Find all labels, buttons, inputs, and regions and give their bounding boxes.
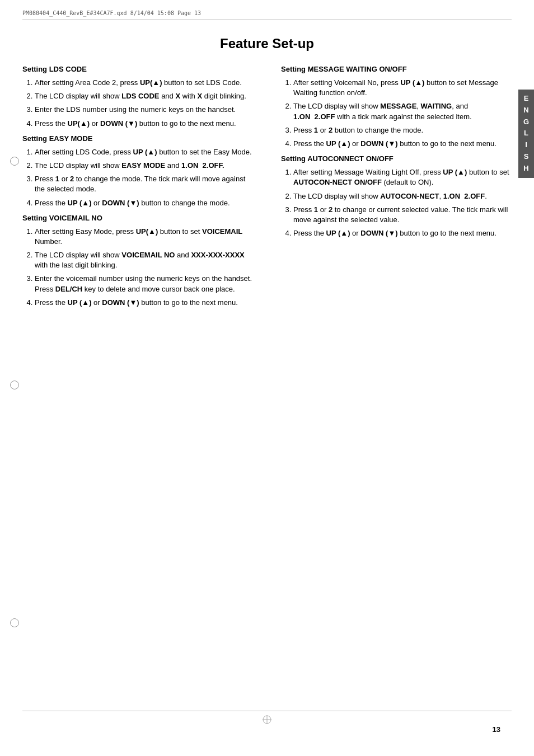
list-item: The LCD display will show EASY MODE and …: [35, 161, 253, 171]
page-title: Feature Set-up: [0, 36, 534, 51]
lds-code-list: After setting Area Code 2, press UP(▲) b…: [22, 78, 253, 129]
lang-letter-s: S: [518, 151, 534, 163]
crosshair-bottom: [261, 714, 273, 725]
autoconnect-list: After setting Message Waiting Light Off,…: [281, 167, 512, 238]
list-item: Press the UP(▲) or DOWN (▼) button to go…: [35, 119, 253, 129]
list-item: After setting Area Code 2, press UP(▲) b…: [35, 78, 253, 88]
lang-letter-g: G: [518, 116, 534, 128]
content-columns: Setting LDS CODE After setting Area Code…: [0, 65, 534, 313]
list-item: Press the UP (▲) or DOWN (▼) button to g…: [293, 228, 512, 238]
file-header: PM080404_C440_RevB_E#34CA7F.qxd 8/14/04 …: [0, 0, 534, 20]
lang-letter-e: E: [518, 93, 534, 105]
list-item: Enter the voicemail number using the num…: [35, 274, 253, 294]
list-item: Press 1 or 2 to change or current select…: [293, 205, 512, 225]
lang-letter-l: L: [518, 128, 534, 139]
language-sidebar: E N G L I S H: [518, 90, 534, 178]
list-item: After setting Easy Mode, press UP(▲) but…: [35, 227, 253, 247]
reg-mark-left-bot: [10, 618, 19, 627]
lang-letter-h: H: [518, 163, 534, 175]
voicemail-list: After setting Easy Mode, press UP(▲) but…: [22, 227, 253, 308]
section-voicemail: Setting VOICEMAIL NO After setting Easy …: [22, 214, 253, 308]
list-item: Enter the LDS number using the numeric k…: [35, 105, 253, 115]
section-heading-lds-code: Setting LDS CODE: [22, 65, 253, 73]
reg-mark-left-top: [10, 157, 19, 166]
list-item: After setting Message Waiting Light Off,…: [293, 167, 512, 187]
section-heading-message-waiting: Setting MESSAGE WAITING ON/OFF: [281, 65, 512, 73]
column-right: Setting MESSAGE WAITING ON/OFF After set…: [275, 65, 512, 313]
reg-mark-left-mid: [10, 381, 19, 389]
section-heading-autoconnect: Setting AUTOCONNECT ON/OFF: [281, 154, 512, 163]
easy-mode-list: After setting LDS Code, press UP (▲) but…: [22, 147, 253, 208]
list-item: The LCD display will show MESSAGE, WAITI…: [293, 101, 512, 121]
list-item: Press the UP (▲) or DOWN (▼) button to g…: [35, 298, 253, 308]
section-easy-mode: Setting EASY MODE After setting LDS Code…: [22, 134, 253, 208]
lang-letter-n: N: [518, 105, 534, 116]
bottom-rule: [22, 711, 512, 711]
page-number: 13: [493, 725, 500, 734]
list-item: Press the UP (▲) or DOWN (▼) button to c…: [35, 198, 253, 208]
list-item: Press the UP (▲) or DOWN (▼) button to g…: [293, 139, 512, 149]
message-waiting-list: After setting Voicemail No, press UP (▲)…: [281, 78, 512, 149]
lang-letter-i: I: [518, 139, 534, 151]
list-item: Press 1 or 2 button to change the mode.: [293, 125, 512, 135]
list-item: The LCD display will show AUTOCON-NECT, …: [293, 191, 512, 201]
section-heading-voicemail: Setting VOICEMAIL NO: [22, 214, 253, 222]
section-autoconnect: Setting AUTOCONNECT ON/OFF After setting…: [281, 154, 512, 238]
section-heading-easy-mode: Setting EASY MODE: [22, 134, 253, 143]
list-item: The LCD display will show LDS CODE and X…: [35, 91, 253, 101]
column-left: Setting LDS CODE After setting Area Code…: [22, 65, 259, 313]
section-lds-code: Setting LDS CODE After setting Area Code…: [22, 65, 253, 129]
section-message-waiting: Setting MESSAGE WAITING ON/OFF After set…: [281, 65, 512, 149]
list-item: After setting Voicemail No, press UP (▲)…: [293, 78, 512, 98]
list-item: Press 1 or 2 to change the mode. The tic…: [35, 174, 253, 194]
top-rule: [22, 20, 512, 20]
page: PM080404_C440_RevB_E#34CA7F.qxd 8/14/04 …: [0, 0, 534, 756]
list-item: After setting LDS Code, press UP (▲) but…: [35, 147, 253, 157]
list-item: The LCD display will show VOICEMAIL NO a…: [35, 250, 253, 270]
